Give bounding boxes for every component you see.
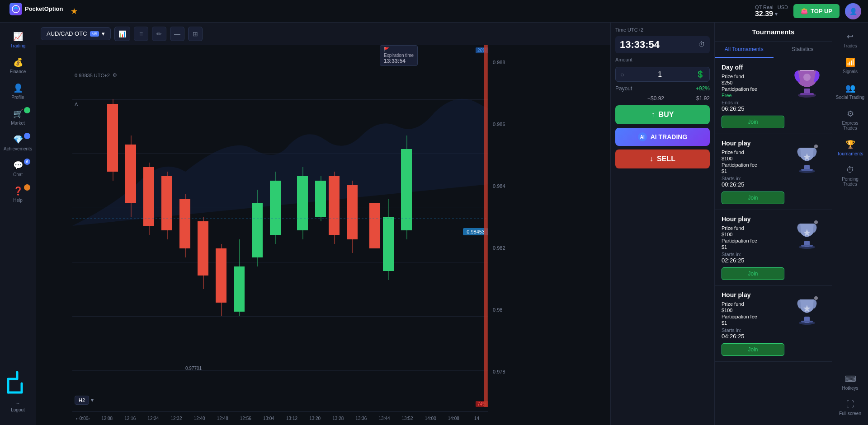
tournament-fee-label-hour2: Participation fee (722, 238, 784, 243)
timeframe-selector[interactable]: H2 ▾ (75, 396, 94, 405)
payout-amounts-row: +$0.92 $1.92 (615, 95, 710, 102)
ai-trading-button[interactable]: AI AI TRADING (615, 128, 710, 146)
time-tick-10: 13:20 (303, 416, 326, 421)
social-trading-icon: 👥 (845, 83, 855, 93)
tab-statistics[interactable]: Statistics (774, 42, 832, 58)
sidebar-item-fullscreen[interactable]: ⛶ Full screen (832, 395, 868, 420)
price-0982: 0.982 (493, 245, 520, 251)
sidebar-item-finance-label: Finance (10, 69, 26, 74)
sidebar-item-chat-label: Chat (13, 172, 23, 177)
sidebar-item-help[interactable]: ❓ Help (0, 182, 36, 207)
right-micro-sidebar: ↩ Trades 📶 Signals 👥 Social Trading ⚙ Ex… (832, 23, 868, 425)
topup-button[interactable]: 👛 TOP UP (793, 4, 840, 18)
asset-selector[interactable]: AUD/CAD OTC M5 ▾ (41, 27, 111, 40)
trophy-hour2 (789, 215, 825, 252)
tournament-card-dayoff: Day off Prize fund $250 Participation fe… (715, 58, 832, 134)
sidebar-item-express-trades[interactable]: ⚙ Express Trades (832, 104, 868, 135)
candle-chart (72, 45, 488, 407)
sidebar-item-achievements[interactable]: 💎 Achievements (0, 130, 36, 156)
tournament-prize-hour2: $100 (722, 232, 784, 237)
time-display: 13:33:54 ⏱ (615, 36, 710, 53)
time-tick-1: 12:08 (95, 416, 118, 421)
tournament-join-hour1[interactable]: Join (722, 191, 784, 204)
sidebar-item-tournaments[interactable]: 🏆 Tournaments (832, 135, 868, 161)
svg-rect-38 (383, 217, 394, 271)
balance-dropdown-icon[interactable]: ▾ (775, 11, 778, 17)
price-0986: 0.986 (493, 121, 520, 127)
payout-amount: +$0.92 (647, 95, 664, 102)
time-tick-3: 12:24 (142, 416, 165, 421)
chart-dash-button[interactable]: — (170, 27, 184, 41)
timeframe-dropdown-icon[interactable]: ▾ (91, 397, 94, 403)
buy-button[interactable]: ↑ BUY (615, 105, 710, 124)
nav-left-icon[interactable]: ← (75, 415, 82, 423)
asset-dropdown-icon: ▾ (102, 30, 105, 37)
chart-indicators-button[interactable]: ≡ (134, 27, 148, 41)
header-right: QT Real USD 32.39 ▾ 👛 TOP UP 👤 (755, 3, 861, 19)
timeframe-h2-button[interactable]: H2 (75, 396, 89, 405)
chart-type-bar-button[interactable]: 📊 (114, 27, 130, 41)
svg-rect-19 (161, 176, 172, 230)
nav-right-icon[interactable]: → (84, 415, 91, 423)
logo[interactable]: PocketOption (7, 0, 66, 19)
svg-rect-57 (801, 321, 813, 322)
tournament-starts-label-hour1: Starts in: (722, 176, 784, 181)
sidebar-item-chat[interactable]: 6 💬 Chat (0, 156, 36, 182)
tournament-card-hour3: Hour play Prize fund $100 Participation … (715, 286, 832, 362)
time-tick-11: 13:28 (326, 416, 349, 421)
sell-button[interactable]: ↓ SELL (615, 149, 710, 168)
help-icon: ❓ (13, 186, 23, 196)
pending-trades-label: Pending Trades (835, 177, 866, 187)
clock-icon[interactable]: ⏱ (698, 41, 705, 49)
logout-button[interactable]: → Logout (11, 397, 25, 416)
tournaments-header: Tournaments (715, 23, 832, 42)
sidebar-item-pending-trades[interactable]: ⏱ Pending Trades (832, 161, 868, 191)
asset-name: AUD/CAD OTC (47, 30, 87, 37)
amount-field[interactable]: ○ 1 💲 (615, 67, 710, 82)
time-tick-5: 12:40 (188, 416, 211, 421)
tournament-starts-time-hour1: 00:26:25 (722, 181, 784, 188)
tournament-join-hour2[interactable]: Join (722, 267, 784, 280)
cyan-logo-icon (5, 365, 32, 397)
time-tick-16: 14:08 (442, 416, 465, 421)
hotkeys-icon: ⌨ (844, 374, 856, 384)
sidebar-item-hotkeys[interactable]: ⌨ Hotkeys (832, 369, 868, 395)
bar-chart-icon: 📊 (118, 30, 126, 37)
tournament-join-dayoff[interactable]: Join (722, 116, 784, 128)
sidebar-item-trading[interactable]: 📈 Trading (0, 27, 36, 53)
star-icon[interactable]: ★ (71, 6, 78, 16)
time-tick-17: 14 (465, 416, 488, 421)
amount-icon: 💲 (696, 70, 705, 79)
tournaments-label: Tournaments (837, 151, 863, 156)
chart-grid-button[interactable]: ⊞ (188, 27, 203, 41)
chart-draw-button[interactable]: ✏ (152, 27, 166, 41)
trophy-hour3 (789, 291, 825, 327)
sidebar-item-market[interactable]: 🛒 Market (0, 104, 36, 130)
sidebar-item-profile[interactable]: 👤 Profile (0, 79, 36, 104)
tournament-prize-hour3: $100 (722, 308, 784, 313)
sidebar-item-signals[interactable]: 📶 Signals (832, 53, 868, 79)
left-sidebar: 📈 Trading 💰 Finance 👤 Profile 🛒 Market 💎… (0, 23, 36, 425)
svg-rect-21 (198, 221, 208, 276)
tournament-join-hour3[interactable]: Join (722, 343, 784, 356)
price-0988: 0.988 (493, 60, 520, 65)
avatar[interactable]: 👤 (845, 3, 861, 19)
tournament-info-hour2: Hour play Prize fund $100 Participation … (722, 215, 784, 280)
chart-toolbar: AUD/CAD OTC M5 ▾ 📊 ≡ ✏ — ⊞ (36, 23, 610, 45)
time-utc-label: Time UTC+2 (615, 27, 710, 33)
tournament-prize-label-hour3: Prize fund (722, 301, 784, 307)
tournament-title-hour3: Hour play (722, 291, 784, 299)
social-trading-label: Social Trading (836, 95, 864, 100)
price-0978: 0.978 (493, 369, 520, 374)
tournament-starts-time-hour3: 04:26:25 (722, 333, 784, 340)
sidebar-item-social-trading[interactable]: 👥 Social Trading (832, 79, 868, 104)
tournament-info-hour1: Hour play Prize fund $100 Participation … (722, 140, 784, 204)
tournaments-panel: Tournaments All Tournaments Statistics D… (714, 23, 832, 425)
wallet-icon: 👛 (801, 8, 808, 14)
sidebar-item-trades[interactable]: ↩ Trades (832, 27, 868, 53)
svg-rect-41 (484, 45, 488, 407)
sell-arrow-icon: ↓ (650, 155, 653, 163)
tournament-fee-label-dayoff: Participation fee (722, 86, 784, 92)
tab-all-tournaments[interactable]: All Tournaments (715, 42, 774, 58)
sidebar-item-finance[interactable]: 💰 Finance (0, 53, 36, 79)
